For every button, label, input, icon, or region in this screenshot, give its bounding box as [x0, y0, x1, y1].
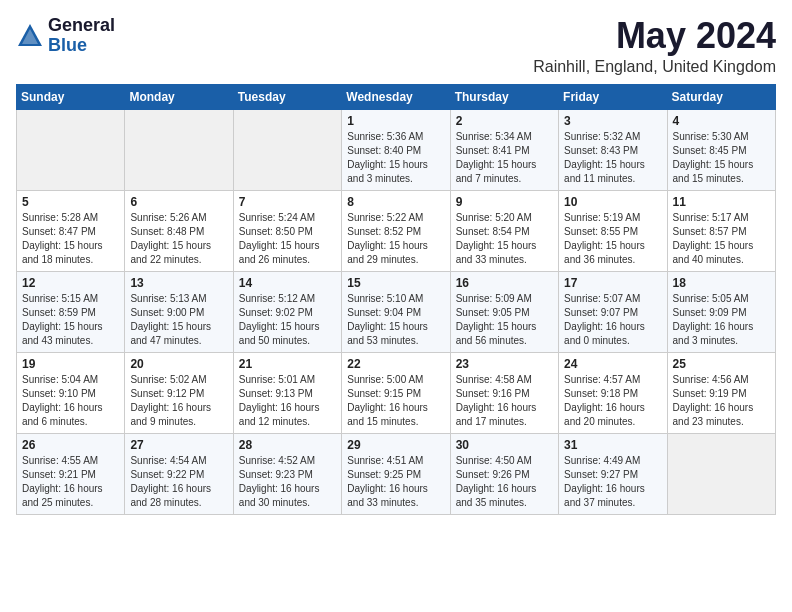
calendar-cell: 21Sunrise: 5:01 AM Sunset: 9:13 PM Dayli… [233, 352, 341, 433]
day-info: Sunrise: 4:50 AM Sunset: 9:26 PM Dayligh… [456, 454, 553, 510]
day-info: Sunrise: 5:12 AM Sunset: 9:02 PM Dayligh… [239, 292, 336, 348]
calendar-week-row: 26Sunrise: 4:55 AM Sunset: 9:21 PM Dayli… [17, 433, 776, 514]
day-number: 23 [456, 357, 553, 371]
day-info: Sunrise: 5:15 AM Sunset: 8:59 PM Dayligh… [22, 292, 119, 348]
day-info: Sunrise: 5:01 AM Sunset: 9:13 PM Dayligh… [239, 373, 336, 429]
day-number: 31 [564, 438, 661, 452]
day-info: Sunrise: 4:52 AM Sunset: 9:23 PM Dayligh… [239, 454, 336, 510]
weekday-header: Monday [125, 84, 233, 109]
calendar-cell: 24Sunrise: 4:57 AM Sunset: 9:18 PM Dayli… [559, 352, 667, 433]
day-number: 27 [130, 438, 227, 452]
day-info: Sunrise: 5:17 AM Sunset: 8:57 PM Dayligh… [673, 211, 770, 267]
day-number: 25 [673, 357, 770, 371]
day-number: 24 [564, 357, 661, 371]
calendar-cell: 28Sunrise: 4:52 AM Sunset: 9:23 PM Dayli… [233, 433, 341, 514]
day-number: 16 [456, 276, 553, 290]
day-number: 17 [564, 276, 661, 290]
day-info: Sunrise: 4:51 AM Sunset: 9:25 PM Dayligh… [347, 454, 444, 510]
weekday-header: Saturday [667, 84, 775, 109]
weekday-header: Thursday [450, 84, 558, 109]
day-info: Sunrise: 5:30 AM Sunset: 8:45 PM Dayligh… [673, 130, 770, 186]
calendar-cell [17, 109, 125, 190]
calendar-cell: 26Sunrise: 4:55 AM Sunset: 9:21 PM Dayli… [17, 433, 125, 514]
day-info: Sunrise: 5:24 AM Sunset: 8:50 PM Dayligh… [239, 211, 336, 267]
day-number: 21 [239, 357, 336, 371]
calendar-cell: 16Sunrise: 5:09 AM Sunset: 9:05 PM Dayli… [450, 271, 558, 352]
day-info: Sunrise: 5:36 AM Sunset: 8:40 PM Dayligh… [347, 130, 444, 186]
calendar-cell: 25Sunrise: 4:56 AM Sunset: 9:19 PM Dayli… [667, 352, 775, 433]
day-number: 5 [22, 195, 119, 209]
day-info: Sunrise: 4:57 AM Sunset: 9:18 PM Dayligh… [564, 373, 661, 429]
day-info: Sunrise: 5:32 AM Sunset: 8:43 PM Dayligh… [564, 130, 661, 186]
day-info: Sunrise: 5:19 AM Sunset: 8:55 PM Dayligh… [564, 211, 661, 267]
day-info: Sunrise: 5:13 AM Sunset: 9:00 PM Dayligh… [130, 292, 227, 348]
calendar-cell: 6Sunrise: 5:26 AM Sunset: 8:48 PM Daylig… [125, 190, 233, 271]
day-number: 12 [22, 276, 119, 290]
calendar-cell: 18Sunrise: 5:05 AM Sunset: 9:09 PM Dayli… [667, 271, 775, 352]
day-number: 7 [239, 195, 336, 209]
calendar-cell: 11Sunrise: 5:17 AM Sunset: 8:57 PM Dayli… [667, 190, 775, 271]
day-number: 22 [347, 357, 444, 371]
day-info: Sunrise: 5:10 AM Sunset: 9:04 PM Dayligh… [347, 292, 444, 348]
calendar-week-row: 5Sunrise: 5:28 AM Sunset: 8:47 PM Daylig… [17, 190, 776, 271]
day-info: Sunrise: 4:56 AM Sunset: 9:19 PM Dayligh… [673, 373, 770, 429]
calendar-week-row: 12Sunrise: 5:15 AM Sunset: 8:59 PM Dayli… [17, 271, 776, 352]
day-info: Sunrise: 4:58 AM Sunset: 9:16 PM Dayligh… [456, 373, 553, 429]
weekday-header: Friday [559, 84, 667, 109]
calendar-header: General Blue May 2024 Rainhill, England,… [16, 16, 776, 76]
day-number: 19 [22, 357, 119, 371]
logo: General Blue [16, 16, 115, 56]
calendar-cell: 14Sunrise: 5:12 AM Sunset: 9:02 PM Dayli… [233, 271, 341, 352]
logo-text: General Blue [48, 16, 115, 56]
calendar-cell: 23Sunrise: 4:58 AM Sunset: 9:16 PM Dayli… [450, 352, 558, 433]
calendar-cell: 4Sunrise: 5:30 AM Sunset: 8:45 PM Daylig… [667, 109, 775, 190]
day-number: 29 [347, 438, 444, 452]
calendar-cell: 12Sunrise: 5:15 AM Sunset: 8:59 PM Dayli… [17, 271, 125, 352]
calendar-cell: 5Sunrise: 5:28 AM Sunset: 8:47 PM Daylig… [17, 190, 125, 271]
day-number: 14 [239, 276, 336, 290]
day-number: 18 [673, 276, 770, 290]
day-info: Sunrise: 5:02 AM Sunset: 9:12 PM Dayligh… [130, 373, 227, 429]
day-number: 3 [564, 114, 661, 128]
day-info: Sunrise: 5:07 AM Sunset: 9:07 PM Dayligh… [564, 292, 661, 348]
calendar-table: SundayMondayTuesdayWednesdayThursdayFrid… [16, 84, 776, 515]
calendar-cell: 31Sunrise: 4:49 AM Sunset: 9:27 PM Dayli… [559, 433, 667, 514]
calendar-cell [667, 433, 775, 514]
day-number: 11 [673, 195, 770, 209]
calendar-cell: 30Sunrise: 4:50 AM Sunset: 9:26 PM Dayli… [450, 433, 558, 514]
calendar-cell: 17Sunrise: 5:07 AM Sunset: 9:07 PM Dayli… [559, 271, 667, 352]
calendar-cell: 9Sunrise: 5:20 AM Sunset: 8:54 PM Daylig… [450, 190, 558, 271]
day-info: Sunrise: 5:22 AM Sunset: 8:52 PM Dayligh… [347, 211, 444, 267]
day-number: 4 [673, 114, 770, 128]
day-info: Sunrise: 5:05 AM Sunset: 9:09 PM Dayligh… [673, 292, 770, 348]
calendar-cell [233, 109, 341, 190]
calendar-week-row: 1Sunrise: 5:36 AM Sunset: 8:40 PM Daylig… [17, 109, 776, 190]
weekday-header: Sunday [17, 84, 125, 109]
calendar-cell: 15Sunrise: 5:10 AM Sunset: 9:04 PM Dayli… [342, 271, 450, 352]
weekday-header: Wednesday [342, 84, 450, 109]
day-info: Sunrise: 5:20 AM Sunset: 8:54 PM Dayligh… [456, 211, 553, 267]
day-number: 30 [456, 438, 553, 452]
logo-icon [16, 22, 44, 50]
calendar-cell: 27Sunrise: 4:54 AM Sunset: 9:22 PM Dayli… [125, 433, 233, 514]
weekday-header: Tuesday [233, 84, 341, 109]
calendar-cell: 8Sunrise: 5:22 AM Sunset: 8:52 PM Daylig… [342, 190, 450, 271]
title-block: May 2024 Rainhill, England, United Kingd… [533, 16, 776, 76]
calendar-cell: 10Sunrise: 5:19 AM Sunset: 8:55 PM Dayli… [559, 190, 667, 271]
day-info: Sunrise: 5:04 AM Sunset: 9:10 PM Dayligh… [22, 373, 119, 429]
day-info: Sunrise: 4:54 AM Sunset: 9:22 PM Dayligh… [130, 454, 227, 510]
day-number: 1 [347, 114, 444, 128]
calendar-cell: 29Sunrise: 4:51 AM Sunset: 9:25 PM Dayli… [342, 433, 450, 514]
day-number: 9 [456, 195, 553, 209]
calendar-cell: 20Sunrise: 5:02 AM Sunset: 9:12 PM Dayli… [125, 352, 233, 433]
calendar-cell: 22Sunrise: 5:00 AM Sunset: 9:15 PM Dayli… [342, 352, 450, 433]
day-number: 2 [456, 114, 553, 128]
day-number: 13 [130, 276, 227, 290]
day-info: Sunrise: 5:26 AM Sunset: 8:48 PM Dayligh… [130, 211, 227, 267]
day-info: Sunrise: 4:55 AM Sunset: 9:21 PM Dayligh… [22, 454, 119, 510]
calendar-cell: 7Sunrise: 5:24 AM Sunset: 8:50 PM Daylig… [233, 190, 341, 271]
calendar-header-row: SundayMondayTuesdayWednesdayThursdayFrid… [17, 84, 776, 109]
day-number: 10 [564, 195, 661, 209]
day-info: Sunrise: 5:34 AM Sunset: 8:41 PM Dayligh… [456, 130, 553, 186]
day-number: 28 [239, 438, 336, 452]
